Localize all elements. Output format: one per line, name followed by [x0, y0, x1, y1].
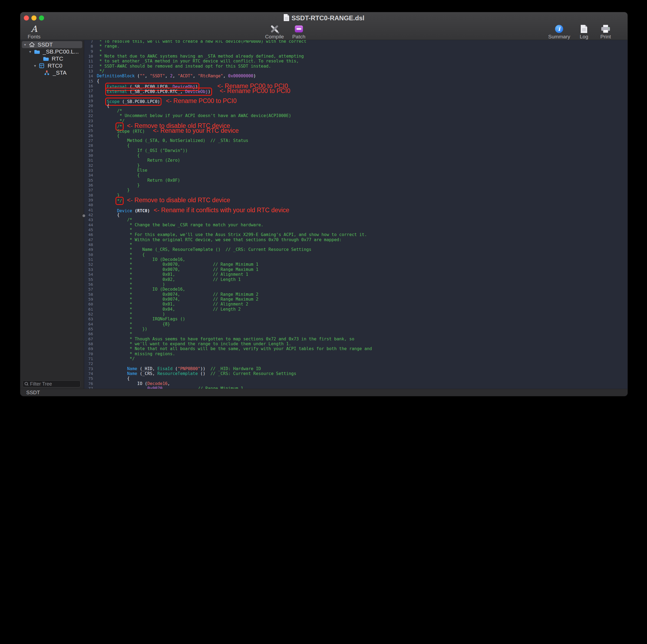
close-button[interactable]: [24, 15, 29, 20]
acpi-tree: ▾SSDT▾_SB.PC00.L...RTC▾RTC0_STA: [20, 40, 84, 76]
line-number: 76: [84, 381, 95, 386]
code-text: Method (_STA, 0, NotSerialized) // _STA:…: [95, 138, 248, 143]
patch-button[interactable]: Patch: [291, 24, 307, 40]
code-text: Scope (RTC)<- Rename to your RTC device: [95, 128, 239, 133]
sidebar-item-ssdt[interactable]: ▾SSDT: [22, 41, 82, 48]
zoom-button[interactable]: [39, 15, 44, 20]
line-number: 9: [84, 49, 95, 54]
code-text: }: [95, 188, 130, 192]
code-text: */: [95, 69, 104, 74]
line-number: 13: [84, 69, 95, 74]
compile-button[interactable]: Compile: [265, 24, 284, 40]
line-number: 33: [84, 168, 95, 173]
code-line: 67 * Though Asus seems to have forgotten…: [84, 337, 628, 341]
filter-tree-field[interactable]: [22, 380, 81, 387]
code-text: * 0x04, // Length 2: [95, 307, 241, 312]
line-number: 24: [84, 123, 95, 128]
code-editor[interactable]: 7 * To resolve this, we'll want to creat…: [84, 40, 628, 389]
line-number: 41: [84, 208, 95, 213]
line-number: 47: [84, 237, 95, 242]
code-text: * IO (Decode16,: [95, 287, 185, 292]
code-line: 58 * 0x0074, // Range Minimum 2: [84, 292, 628, 297]
code-text: * For this example, we'll use the Asus S…: [95, 232, 367, 237]
code-line: 31 Return (Zero): [84, 158, 628, 163]
print-button[interactable]: Print: [598, 24, 614, 40]
minimize-button[interactable]: [31, 15, 37, 20]
status-bar: SSDT: [20, 389, 628, 396]
line-number: 37: [84, 188, 95, 192]
code-text: * }): [95, 327, 147, 331]
code-text: * IRQNoFlags (): [95, 317, 185, 321]
code-text: Name (_CRS, ResourceTemplate () // _CRS:…: [95, 371, 296, 376]
line-number: 32: [84, 163, 95, 168]
line-number: 74: [84, 371, 95, 376]
log-icon: [580, 24, 587, 33]
code-line: 73 Name (_HID, EisaId ("PNP0B00")) // _H…: [84, 366, 628, 371]
fonts-button[interactable]: AFonts: [26, 24, 42, 40]
folder-icon: [43, 57, 50, 61]
code-text: Device (RTC0)<- Rename if it conflicts w…: [95, 208, 289, 213]
toolbar-label: Print: [600, 34, 611, 40]
line-number: 65: [84, 327, 95, 331]
sidebar-item-rtc0[interactable]: ▾RTC0: [22, 62, 82, 69]
sidebar-item-sta[interactable]: _STA: [22, 69, 82, 76]
code-text: External (_SB_.PC00.LPC0.RTC_, DeviceObj…: [95, 88, 290, 93]
code-line: 12 * SSDT-AWAC should be removed and ins…: [84, 64, 628, 69]
code-text: */: [95, 118, 125, 123]
code-line: 47 * Within the original RTC device, we …: [84, 237, 628, 242]
sidebar-item-label: _STA: [53, 70, 67, 76]
code-line: 54 * 0x01, // Alignment 1: [84, 272, 628, 277]
line-number: 19: [84, 98, 95, 103]
code-text: 0x0070, // Range Minimum 1: [95, 386, 243, 389]
code-text: * range.: [95, 44, 120, 49]
code-text: * SSDT-AWAC should be removed and instea…: [95, 64, 271, 69]
summary-button[interactable]: iSummary: [548, 24, 570, 40]
splitter-handle[interactable]: [82, 215, 85, 217]
window-title: SSDT-RTC0-RANGE.dsl: [292, 14, 364, 22]
line-number: 30: [84, 153, 95, 158]
code-line: 63 * IRQNoFlags (): [84, 317, 628, 321]
code-line: 25 Scope (RTC)<- Rename to your RTC devi…: [84, 128, 628, 133]
titlebar: SSDT-RTC0-RANGE.dsl: [20, 12, 628, 24]
annotation-box: Scope (_SB.PC00.LPC0): [107, 99, 160, 104]
code-text: * 0x01, // Alignment 1: [95, 272, 248, 277]
pane-divider[interactable]: [84, 40, 84, 389]
code-line: 65 * }): [84, 327, 628, 331]
code-line: 9 *: [84, 49, 628, 54]
line-number: 63: [84, 317, 95, 321]
code-text: */: [95, 356, 135, 361]
filter-tree-input[interactable]: [30, 381, 78, 387]
chevron-down-icon[interactable]: ▾: [34, 64, 39, 68]
line-number: 43: [84, 217, 95, 222]
code-line: 13 */: [84, 69, 628, 74]
sidebar-item-label: _SB.PC00.L...: [43, 49, 79, 55]
code-line: 41 Device (RTC0)<- Rename if it conflict…: [84, 208, 628, 213]
code-line: 10 * Note that due to AWAC systems havin…: [84, 54, 628, 59]
print-icon: [601, 24, 610, 33]
code-line: 27 Method (_STA, 0, NotSerialized) // _S…: [84, 138, 628, 143]
sidebar-item-label: SSDT: [38, 42, 53, 48]
code-line: 66 *: [84, 331, 628, 336]
line-number: 50: [84, 252, 95, 257]
line-number: 42: [84, 213, 95, 217]
toolbar: AFonts CompilePatch iSummaryLogPrint: [20, 24, 628, 40]
code-text: * IO (Decode16,: [95, 257, 185, 262]
code-line: 62 * ): [84, 312, 628, 317]
code-line: 19 Scope (_SB.PC00.LPC0)<- Rename PC00 t…: [84, 98, 628, 103]
chevron-down-icon[interactable]: ▾: [24, 43, 29, 47]
sidebar-item-sbpc00l[interactable]: ▾_SB.PC00.L...: [22, 48, 82, 55]
line-number: 60: [84, 302, 95, 307]
sidebar-item-rtc[interactable]: RTC: [22, 55, 82, 62]
line-number: 29: [84, 148, 95, 153]
sidebar-item-label: RTC0: [48, 63, 62, 69]
chevron-down-icon[interactable]: ▾: [29, 50, 34, 54]
code-text: * Within the original RTC device, we see…: [95, 237, 342, 242]
line-number: 73: [84, 366, 95, 371]
log-button[interactable]: Log: [576, 24, 592, 40]
line-number: 17: [84, 88, 95, 93]
line-number: 7: [84, 40, 95, 44]
code-text: * 0x02, // Length 1: [95, 277, 241, 282]
toolbar-label: Patch: [292, 34, 305, 40]
code-line: 29 If (_OSI ("Darwin")): [84, 148, 628, 153]
code-text: {: [95, 133, 120, 138]
